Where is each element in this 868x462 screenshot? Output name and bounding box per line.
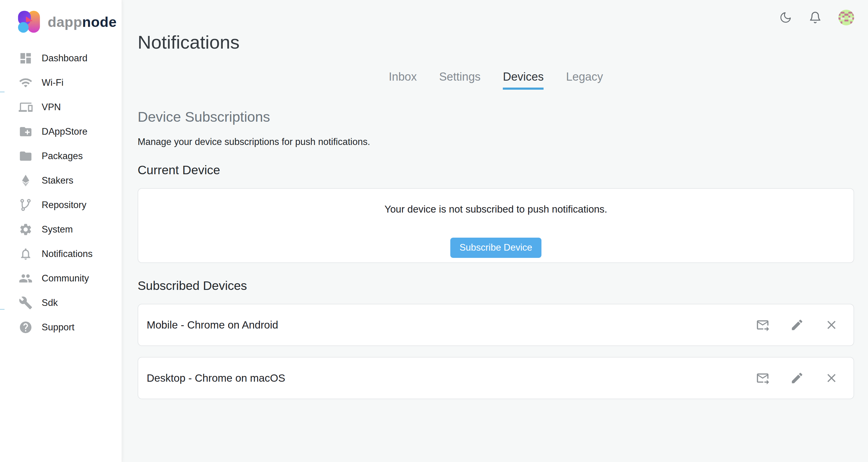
sidebar-item-label: Packages <box>42 151 83 162</box>
folder-icon <box>19 149 33 163</box>
tab-bar: Inbox Settings Devices Legacy <box>137 70 854 90</box>
sidebar-scroll-indicator <box>0 91 4 92</box>
devices-icon <box>19 100 33 114</box>
wifi-icon <box>19 76 33 90</box>
help-icon <box>19 320 33 334</box>
folder-plus-icon <box>19 125 33 139</box>
send-test-notification-icon[interactable] <box>756 371 770 385</box>
edit-icon[interactable] <box>790 318 804 332</box>
section-description: Manage your device subscriptions for pus… <box>137 137 854 147</box>
topbar <box>137 0 854 26</box>
bell-icon <box>19 247 33 261</box>
device-row-actions <box>756 371 838 385</box>
gear-icon <box>19 223 33 236</box>
people-icon <box>19 271 33 285</box>
sidebar-item-label: Support <box>42 322 74 333</box>
tab-inbox[interactable]: Inbox <box>389 70 417 90</box>
sidebar-item-label: System <box>42 224 73 235</box>
dappnode-wordmark: dappnode <box>48 13 117 30</box>
current-device-heading: Current Device <box>137 163 854 177</box>
dappnode-logo[interactable]: dappnode <box>0 0 122 34</box>
device-name: Desktop - Chrome on macOS <box>147 372 285 384</box>
notifications-bell-icon[interactable] <box>809 11 822 24</box>
sidebar-nav: Dashboard Wi-Fi VPN DAppStore Packages <box>0 46 122 339</box>
sidebar-item-dappstore[interactable]: DAppStore <box>0 119 122 144</box>
sidebar-item-label: Notifications <box>42 249 93 259</box>
sidebar-item-notifications[interactable]: Notifications <box>0 241 122 266</box>
device-name: Mobile - Chrome on Android <box>147 319 278 331</box>
device-row-actions <box>756 318 838 332</box>
sidebar-item-stakers[interactable]: Stakers <box>0 168 122 193</box>
sidebar-item-label: VPN <box>42 102 61 113</box>
delete-icon[interactable] <box>825 318 838 332</box>
sidebar-item-wifi[interactable]: Wi-Fi <box>0 70 122 95</box>
dappnode-logo-icon <box>17 10 41 34</box>
sidebar-item-dashboard[interactable]: Dashboard <box>0 46 122 70</box>
sidebar-item-label: Repository <box>42 200 86 210</box>
edit-icon[interactable] <box>790 371 804 385</box>
sidebar-item-support[interactable]: Support <box>0 315 122 339</box>
user-avatar[interactable] <box>838 10 854 25</box>
tab-settings[interactable]: Settings <box>439 70 480 90</box>
sidebar-item-community[interactable]: Community <box>0 266 122 290</box>
sidebar-item-label: DAppStore <box>42 126 88 137</box>
sidebar-item-label: Stakers <box>42 175 73 186</box>
send-test-notification-icon[interactable] <box>756 318 770 332</box>
tab-devices[interactable]: Devices <box>503 70 544 90</box>
subscribe-device-button[interactable]: Subscribe Device <box>450 238 541 258</box>
section-title: Device Subscriptions <box>137 108 854 125</box>
page-title: Notifications <box>137 31 854 53</box>
sidebar-scroll-indicator <box>0 309 4 310</box>
delete-icon[interactable] <box>825 371 838 385</box>
current-device-card: Your device is not subscribed to push no… <box>137 188 854 263</box>
subscribed-devices-heading: Subscribed Devices <box>137 279 854 293</box>
sidebar-item-packages[interactable]: Packages <box>0 144 122 168</box>
sidebar-item-repository[interactable]: Repository <box>0 193 122 217</box>
main-content: Notifications Inbox Settings Devices Leg… <box>122 0 868 462</box>
wrench-icon <box>19 296 33 310</box>
tab-legacy[interactable]: Legacy <box>566 70 603 90</box>
device-row: Desktop - Chrome on macOS <box>137 357 854 399</box>
sidebar-item-system[interactable]: System <box>0 217 122 241</box>
sidebar-item-label: Sdk <box>42 297 58 308</box>
sidebar-item-label: Dashboard <box>42 53 88 64</box>
dashboard-icon <box>19 51 33 65</box>
ethereum-icon <box>19 174 33 187</box>
sidebar-item-vpn[interactable]: VPN <box>0 95 122 119</box>
git-branch-icon <box>19 198 33 212</box>
sidebar-item-sdk[interactable]: Sdk <box>0 290 122 315</box>
sidebar-item-label: Wi-Fi <box>42 77 63 88</box>
device-row: Mobile - Chrome on Android <box>137 304 854 346</box>
sidebar: dappnode Dashboard Wi-Fi VPN DAppStore <box>0 0 122 462</box>
current-device-message: Your device is not subscribed to push no… <box>384 204 607 215</box>
sidebar-item-label: Community <box>42 273 89 284</box>
dark-mode-moon-icon[interactable] <box>779 11 792 24</box>
